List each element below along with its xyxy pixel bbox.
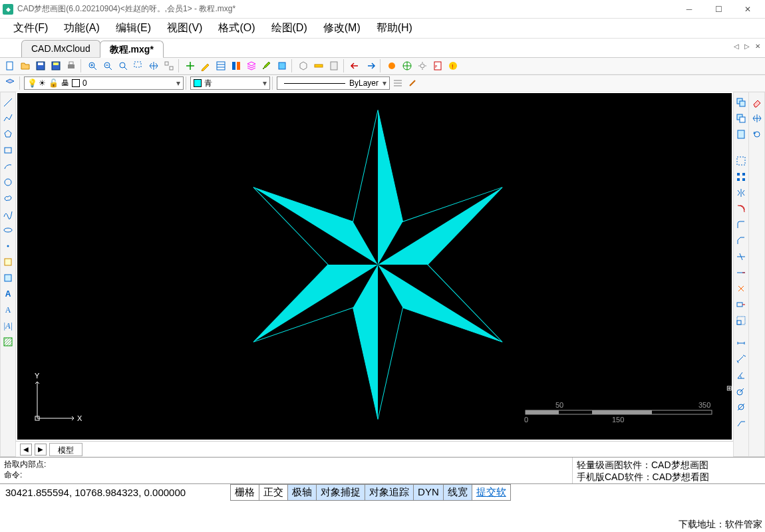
toggle-grid[interactable]: 栅格 — [230, 484, 259, 501]
dim-diameter-icon[interactable] — [734, 400, 748, 414]
lineweight-icon[interactable] — [390, 76, 405, 90]
zoom-out-icon[interactable] — [100, 59, 115, 73]
menu-draw[interactable]: 绘图(D) — [263, 19, 315, 38]
paste-icon[interactable] — [734, 127, 748, 142]
linetype-brush-icon[interactable] — [406, 76, 420, 90]
menu-file[interactable]: 文件(F) — [5, 19, 56, 38]
tab-next-icon[interactable]: ▷ — [742, 41, 752, 51]
erase-icon[interactable] — [750, 95, 764, 110]
tab-tutorial[interactable]: 教程.mxg* — [100, 41, 164, 58]
stretch-icon[interactable] — [734, 297, 748, 312]
minimize-button[interactable]: ─ — [675, 1, 704, 18]
rotate-icon[interactable] — [750, 127, 764, 142]
menu-func[interactable]: 功能(A) — [56, 19, 107, 38]
move2-icon[interactable] — [750, 111, 764, 126]
open-file-icon[interactable] — [18, 59, 33, 73]
mirror-icon[interactable] — [734, 186, 748, 200]
layer-manager-icon[interactable] — [3, 76, 17, 90]
calculator-icon[interactable] — [327, 59, 341, 73]
text-edit-icon[interactable]: |A| — [1, 319, 15, 333]
point-icon[interactable] — [1, 239, 15, 253]
menu-format[interactable]: 格式(O) — [210, 19, 263, 38]
tab-mxcloud[interactable]: CAD.MxCloud — [21, 40, 100, 57]
menu-modify[interactable]: 修改(M) — [315, 19, 369, 38]
layers-icon[interactable] — [244, 59, 259, 73]
arc-icon[interactable] — [1, 159, 15, 174]
toggle-osnap[interactable]: 对象捕捉 — [316, 484, 365, 501]
toggle-ortho[interactable]: 正交 — [259, 484, 288, 501]
toggle-lwt[interactable]: 线宽 — [443, 484, 472, 501]
polygon-icon[interactable] — [1, 127, 15, 142]
tab-close-icon[interactable]: ✕ — [753, 41, 762, 51]
line-icon[interactable] — [1, 95, 15, 110]
undo-icon[interactable] — [348, 59, 363, 73]
edit-pencil-icon[interactable] — [198, 59, 213, 73]
explode-icon[interactable] — [734, 281, 748, 296]
layout-prev-icon[interactable]: ◀ — [20, 444, 32, 456]
plugin-icon[interactable] — [384, 59, 399, 73]
chamfer-icon[interactable] — [734, 233, 748, 248]
trim-icon[interactable] — [734, 249, 748, 264]
regen-icon[interactable] — [162, 59, 176, 73]
zoom-in-icon[interactable] — [85, 59, 100, 73]
layout-next-icon[interactable]: ▶ — [35, 444, 47, 456]
match-properties-icon[interactable] — [229, 59, 243, 73]
make-block-icon[interactable] — [1, 271, 15, 285]
spline-icon[interactable] — [1, 207, 15, 221]
save-as-icon[interactable] — [49, 59, 63, 73]
drawing-canvas[interactable]: X Y 50 350 0 150 ⊞ — [17, 93, 732, 440]
move-icon[interactable] — [183, 59, 198, 73]
toggle-otrack[interactable]: 对象追踪 — [365, 484, 414, 501]
zoom-window-icon[interactable] — [131, 59, 146, 73]
menu-help[interactable]: 帮助(H) — [369, 19, 420, 38]
maximize-button[interactable]: ☐ — [704, 1, 733, 18]
fillet-icon[interactable] — [734, 217, 748, 232]
measure-icon[interactable] — [311, 59, 326, 73]
settings-icon[interactable] — [415, 59, 430, 73]
revcloud-icon[interactable] — [1, 191, 15, 205]
command-history[interactable]: 拾取内部点: 命令: — [0, 458, 572, 483]
layer-combo[interactable]: 💡 ☀ 🔓 🖶 0 ▾ — [24, 76, 184, 90]
dim-angular-icon[interactable] — [734, 368, 748, 382]
link-submit[interactable]: 提交软 — [472, 484, 511, 501]
color-combo[interactable]: 青 ▾ — [190, 76, 270, 90]
ellipse-icon[interactable] — [1, 223, 15, 237]
block-icon[interactable] — [275, 59, 289, 73]
rectangle-icon[interactable] — [1, 143, 15, 158]
export-pdf-icon[interactable]: P — [430, 59, 445, 73]
redo-icon[interactable] — [363, 59, 378, 73]
cut-icon[interactable] — [734, 111, 748, 126]
array-icon[interactable] — [734, 170, 748, 184]
menu-edit[interactable]: 编辑(E) — [108, 19, 159, 38]
polyline-icon[interactable] — [1, 111, 15, 126]
text-multi-icon[interactable]: A — [1, 303, 15, 317]
insert-block-icon[interactable] — [1, 255, 15, 269]
toggle-polar[interactable]: 极轴 — [287, 484, 317, 501]
tab-model[interactable]: 模型 — [49, 443, 82, 456]
brush-icon[interactable] — [259, 59, 274, 73]
3d-icon[interactable] — [296, 59, 311, 73]
select-rect-icon[interactable] — [734, 154, 748, 168]
dim-aligned-icon[interactable] — [734, 352, 748, 366]
extend-icon[interactable] — [734, 265, 748, 280]
web-icon[interactable] — [400, 59, 414, 73]
text-single-icon[interactable]: A — [1, 287, 15, 301]
offset-icon[interactable] — [734, 201, 748, 216]
pan-icon[interactable] — [146, 59, 161, 73]
toggle-dyn[interactable]: DYN — [413, 484, 444, 501]
new-file-icon[interactable] — [3, 59, 17, 73]
copy-icon[interactable] — [734, 95, 748, 110]
info-icon[interactable]: ! — [446, 59, 460, 73]
zoom-extents-icon[interactable] — [116, 59, 130, 73]
close-button[interactable]: ✕ — [733, 1, 762, 18]
dim-linear-icon[interactable] — [734, 336, 748, 350]
linetype-combo[interactable]: ByLayer ▾ — [277, 76, 390, 90]
menu-view[interactable]: 视图(V) — [159, 19, 210, 38]
properties-icon[interactable] — [214, 59, 228, 73]
dim-radius-icon[interactable] — [734, 384, 748, 398]
save-icon[interactable] — [33, 59, 48, 73]
print-icon[interactable] — [64, 59, 78, 73]
scale-icon[interactable] — [734, 313, 748, 328]
leader-icon[interactable] — [734, 416, 748, 430]
hatch-icon[interactable] — [1, 334, 15, 349]
